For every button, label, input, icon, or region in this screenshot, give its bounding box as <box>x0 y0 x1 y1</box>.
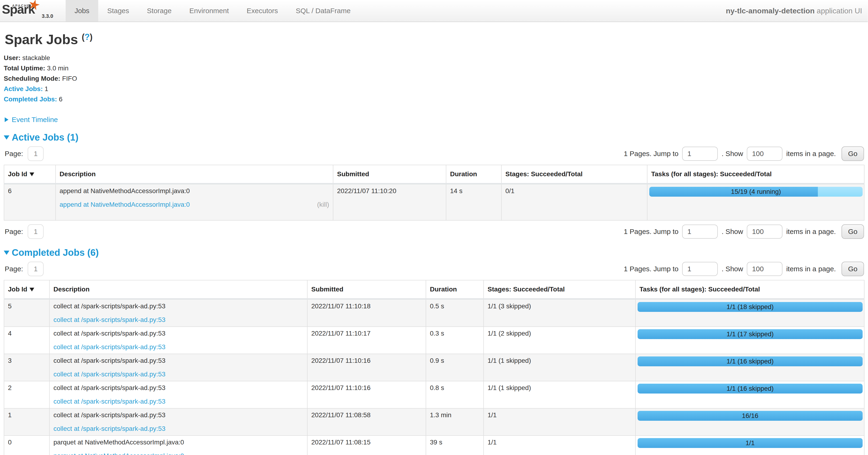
tab-sql-dataframe[interactable]: SQL / DataFrame <box>287 0 360 22</box>
tab-jobs[interactable]: Jobs <box>66 0 98 22</box>
items-label: items in a page. <box>786 228 836 236</box>
summary-value: FIFO <box>60 75 77 82</box>
page-size-input[interactable] <box>747 147 782 161</box>
tasks-cell: 1/1 (17 skipped) <box>636 326 864 354</box>
page-size-input[interactable] <box>747 262 782 276</box>
job-description-link[interactable]: collect at /spark-scripts/spark-ad.py:53 <box>54 425 165 433</box>
tab-environment[interactable]: Environment <box>181 0 238 22</box>
job-description-link[interactable]: append at NativeMethodAccessorImpl.java:… <box>60 200 190 209</box>
task-progress-label: 1/1 (16 skipped) <box>638 357 863 366</box>
page-label: Page: <box>5 265 23 273</box>
jump-to-input[interactable] <box>682 147 718 161</box>
tasks-cell: 15/19 (4 running) <box>647 184 864 220</box>
sort-desc-icon <box>30 288 34 291</box>
stages-cell: 0/1 <box>501 184 647 220</box>
duration-cell: 39 s <box>426 435 484 455</box>
job-description-link[interactable]: parquet at NativeMethodAccessorImpl.java… <box>54 452 184 455</box>
collapse-arrow-icon <box>4 135 9 140</box>
tab-storage[interactable]: Storage <box>138 0 181 22</box>
column-description[interactable]: Description <box>50 280 307 299</box>
job-description-link[interactable]: collect at /spark-scripts/spark-ad.py:53 <box>54 343 165 351</box>
go-button[interactable]: Go <box>841 262 864 276</box>
column-submitted[interactable]: Submitted <box>307 280 426 299</box>
page-number-button[interactable]: 1 <box>28 146 43 161</box>
job-description-links: append at NativeMethodAccessorImpl.java:… <box>60 200 329 209</box>
job-id-cell: 4 <box>4 326 50 354</box>
task-progress-bar: 15/19 (4 running) <box>649 187 863 197</box>
column-tasks-for-all-stages-succeeded-total[interactable]: Tasks (for all stages): Succeeded/Total <box>647 165 864 184</box>
pagination-controls: 1 Pages. Jump to. Showitems in a page.Go <box>624 262 864 276</box>
completed-jobs-heading[interactable]: Completed Jobs (6) <box>4 247 864 258</box>
event-timeline-toggle[interactable]: Event Timeline <box>5 116 864 124</box>
column-description[interactable]: Description <box>56 165 333 184</box>
app-title: ny-tlc-anomaly-detection application UI <box>726 6 868 15</box>
spark-version: 3.3.0 <box>42 13 53 19</box>
job-description-text: collect at /spark-scripts/spark-ad.py:53 <box>54 357 303 365</box>
active-jobs-heading[interactable]: Active Jobs (1) <box>4 132 864 143</box>
column-job-id[interactable]: Job Id <box>4 280 50 299</box>
spark-jobs-page: APACHE Spark ★ 3.3.0 JobsStagesStorageEn… <box>0 0 868 455</box>
summary-link-label[interactable]: Active Jobs: <box>4 85 43 92</box>
question-mark-icon[interactable]: ? <box>85 32 90 42</box>
collapse-arrow-icon <box>4 251 9 255</box>
summary-value: 1 <box>43 85 48 92</box>
active-jobs-table: Job IdDescriptionSubmittedDurationStages… <box>4 165 865 221</box>
tab-executors[interactable]: Executors <box>238 0 287 22</box>
job-description-text: collect at /spark-scripts/spark-ad.py:53 <box>54 384 303 392</box>
submitted-cell: 2022/11/07 11:10:17 <box>307 326 426 354</box>
job-description-link[interactable]: collect at /spark-scripts/spark-ad.py:53 <box>54 397 165 406</box>
tab-stages[interactable]: Stages <box>98 0 138 22</box>
pages-info: 1 Pages. Jump to <box>624 228 678 236</box>
page-title-text: Spark Jobs <box>5 32 78 47</box>
summary-value: 6 <box>57 95 62 103</box>
column-job-id[interactable]: Job Id <box>4 165 56 184</box>
help-link[interactable]: (?) <box>82 32 93 42</box>
duration-cell: 1.3 min <box>426 408 484 435</box>
show-label: . Show <box>721 228 743 236</box>
page-number-button[interactable]: 1 <box>28 224 43 239</box>
event-timeline-label: Event Timeline <box>12 116 58 123</box>
jump-to-input[interactable] <box>682 225 718 239</box>
job-description-text: collect at /spark-scripts/spark-ad.py:53 <box>54 329 303 338</box>
kill-link[interactable]: (kill) <box>317 200 329 209</box>
job-id-cell: 2 <box>4 381 50 408</box>
column-stages-succeeded-total[interactable]: Stages: Succeeded/Total <box>501 165 647 184</box>
submitted-cell: 2022/11/07 11:10:16 <box>307 381 426 408</box>
column-duration[interactable]: Duration <box>446 165 501 184</box>
jump-to-input[interactable] <box>682 262 718 276</box>
job-row: 1collect at /spark-scripts/spark-ad.py:5… <box>4 408 864 435</box>
summary-list: User: stackableTotal Uptime: 3.0 minSche… <box>4 53 864 105</box>
job-description-links: parquet at NativeMethodAccessorImpl.java… <box>54 452 303 455</box>
summary-item-scheduling-mode: Scheduling Mode: FIFO <box>4 74 864 84</box>
go-button[interactable]: Go <box>841 224 864 239</box>
pagination-left: Page:1 <box>5 262 43 276</box>
submitted-cell: 2022/11/07 11:10:16 <box>307 354 426 381</box>
top-navbar: APACHE Spark ★ 3.3.0 JobsStagesStorageEn… <box>0 0 868 22</box>
pagination-row: Page:11 Pages. Jump to. Showitems in a p… <box>4 262 864 276</box>
job-description-text: collect at /spark-scripts/spark-ad.py:53 <box>54 411 303 419</box>
page-number-button[interactable]: 1 <box>28 262 43 276</box>
job-description-cell: append at NativeMethodAccessorImpl.java:… <box>56 184 333 220</box>
duration-cell: 0.5 s <box>426 299 484 326</box>
spark-logo[interactable]: APACHE Spark ★ 3.3.0 <box>0 0 61 22</box>
go-button[interactable]: Go <box>841 146 864 161</box>
job-description-link[interactable]: collect at /spark-scripts/spark-ad.py:53 <box>54 316 165 324</box>
column-submitted[interactable]: Submitted <box>333 165 446 184</box>
column-stages-succeeded-total[interactable]: Stages: Succeeded/Total <box>484 280 636 299</box>
summary-link-label[interactable]: Completed Jobs: <box>4 95 57 103</box>
job-row: 4collect at /spark-scripts/spark-ad.py:5… <box>4 326 864 354</box>
page-size-input[interactable] <box>747 225 782 239</box>
job-id-cell: 1 <box>4 408 50 435</box>
stages-cell: 1/1 (3 skipped) <box>484 299 636 326</box>
task-progress-label: 1/1 (17 skipped) <box>638 329 863 339</box>
job-description-cell: collect at /spark-scripts/spark-ad.py:53… <box>50 299 307 326</box>
task-progress-label: 15/19 (4 running) <box>649 187 863 197</box>
column-duration[interactable]: Duration <box>426 280 484 299</box>
job-row: 0parquet at NativeMethodAccessorImpl.jav… <box>4 435 864 455</box>
job-row: 3collect at /spark-scripts/spark-ad.py:5… <box>4 354 864 381</box>
summary-value: stackable <box>21 54 50 61</box>
job-id-cell: 6 <box>4 184 56 220</box>
job-description-link[interactable]: collect at /spark-scripts/spark-ad.py:53 <box>54 370 165 378</box>
active-jobs-heading-text: Active Jobs (1) <box>12 132 79 142</box>
column-tasks-for-all-stages-succeeded-total[interactable]: Tasks (for all stages): Succeeded/Total <box>636 280 864 299</box>
